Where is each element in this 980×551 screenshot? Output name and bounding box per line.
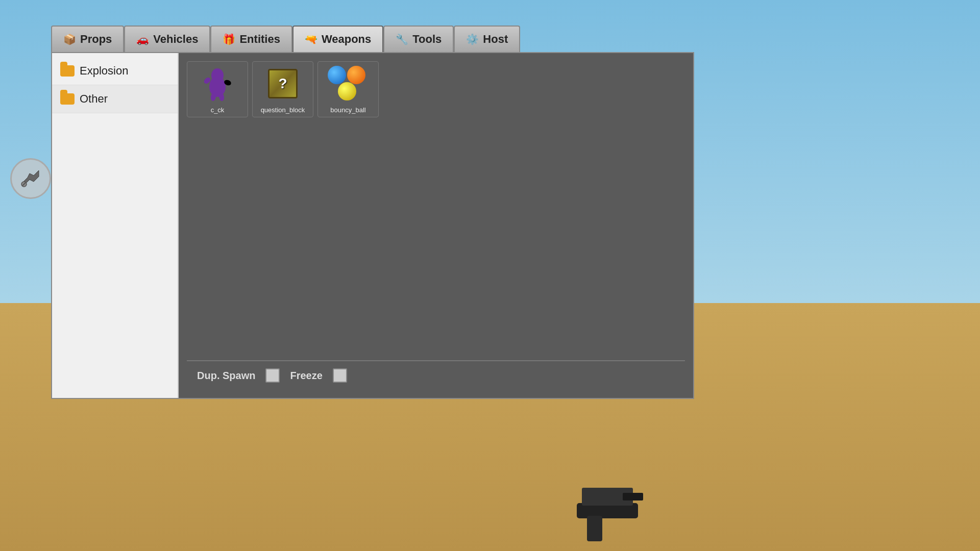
tab-props-label: Props <box>80 33 112 46</box>
folder-icon-explosion <box>60 65 75 77</box>
svg-rect-11 <box>623 493 643 500</box>
dup-spawn-label: Dup. Spawn <box>197 370 255 382</box>
ball-yellow <box>338 82 356 101</box>
bouncy-ball-shape <box>328 66 369 102</box>
main-panel: 📦 Props 🚗 Vehicles 🎁 Entities 🔫 Weapons … <box>51 26 694 398</box>
wrench-icon <box>19 167 42 190</box>
item-question-block[interactable]: ? question_block <box>252 61 313 117</box>
vehicles-icon: 🚗 <box>136 33 149 45</box>
tab-vehicles-label: Vehicles <box>153 33 198 46</box>
props-icon: 📦 <box>63 33 76 45</box>
tool-icon-circle[interactable] <box>10 158 51 199</box>
item-bouncy-ball-label: bouncy_ball <box>330 106 365 114</box>
bottom-bar: Dup. Spawn Freeze <box>187 360 685 390</box>
c_ck-svg <box>202 66 233 101</box>
items-area: c_ck ? question_block <box>179 53 693 398</box>
item-c_ck-label: c_ck <box>211 106 225 114</box>
gun-visual <box>546 472 648 551</box>
sidebar-item-explosion-label: Explosion <box>80 64 128 78</box>
tab-host[interactable]: ⚙️ Host <box>454 26 520 52</box>
question-block-shape: ? <box>268 69 298 98</box>
dup-spawn-checkbox[interactable] <box>265 368 280 383</box>
tab-host-label: Host <box>483 33 508 46</box>
tab-props[interactable]: 📦 Props <box>51 26 124 52</box>
weapons-icon: 🔫 <box>305 33 317 45</box>
gun-svg <box>546 472 648 549</box>
tab-weapons-label: Weapons <box>322 33 371 46</box>
item-c_ck[interactable]: c_ck <box>187 61 248 117</box>
host-icon: ⚙️ <box>466 33 479 45</box>
ball-blue <box>328 66 346 84</box>
question-block-visual: ? <box>262 66 303 102</box>
content-area: Explosion Other <box>51 52 694 399</box>
sidebar-item-other[interactable]: Other <box>52 85 178 113</box>
tab-weapons[interactable]: 🔫 Weapons <box>292 26 383 52</box>
sidebar-item-other-label: Other <box>80 92 108 106</box>
items-grid: c_ck ? question_block <box>187 61 685 117</box>
tools-icon: 🔧 <box>396 33 408 45</box>
bouncy-ball-visual <box>328 66 369 102</box>
tab-bar: 📦 Props 🚗 Vehicles 🎁 Entities 🔫 Weapons … <box>51 26 694 52</box>
tab-tools[interactable]: 🔧 Tools <box>383 26 454 52</box>
svg-rect-10 <box>587 516 602 541</box>
freeze-label: Freeze <box>290 370 322 382</box>
entities-icon: 🎁 <box>223 33 235 45</box>
tab-vehicles[interactable]: 🚗 Vehicles <box>124 26 210 52</box>
svg-point-3 <box>211 68 224 83</box>
tab-tools-label: Tools <box>412 33 442 46</box>
sidebar-item-explosion[interactable]: Explosion <box>52 57 178 85</box>
folder-icon-other <box>60 93 75 105</box>
ball-orange <box>347 66 365 84</box>
sidebar: Explosion Other <box>52 53 179 398</box>
freeze-checkbox[interactable] <box>333 368 347 383</box>
tab-entities-label: Entities <box>239 33 280 46</box>
item-bouncy-ball[interactable]: bouncy_ball <box>317 61 379 117</box>
item-question-block-label: question_block <box>261 106 305 114</box>
tab-entities[interactable]: 🎁 Entities <box>210 26 292 52</box>
c_ck-visual <box>197 66 238 102</box>
